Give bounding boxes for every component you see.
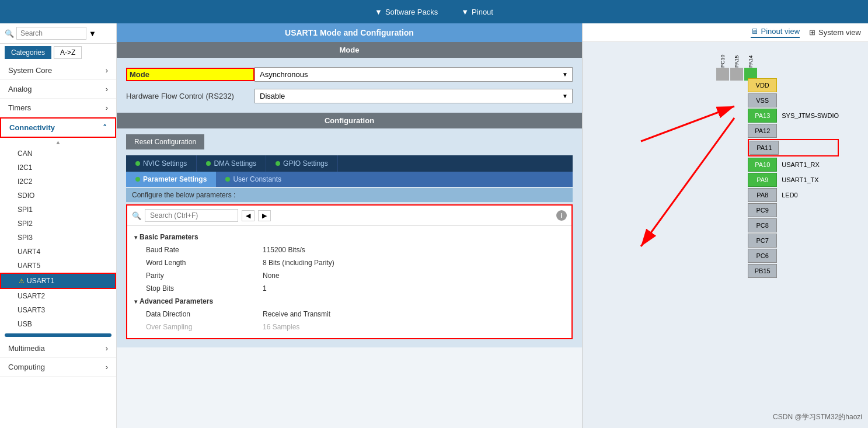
subitem-sdio[interactable]: SDIO — [0, 189, 116, 203]
user-const-dot — [225, 177, 230, 182]
user-constants-tab[interactable]: User Constants — [216, 172, 291, 187]
pa15-label: PA15 — [734, 44, 740, 68]
params-search-icon: 🔍 — [132, 211, 141, 220]
pin-vdd: VDD — [748, 78, 839, 92]
user-const-label: User Constants — [233, 175, 281, 183]
nvic-label: NVIC Settings — [143, 159, 187, 168]
params-search-input[interactable] — [145, 209, 238, 222]
system-core-chevron: › — [106, 66, 108, 75]
word-length-label: Word Length — [146, 259, 263, 267]
baud-rate-value: 115200 Bits/s — [263, 246, 305, 254]
pinout-panel: 🖥 Pinout view ⊞ System view PC10 — [582, 23, 868, 428]
word-length-row: Word Length 8 Bits (including Parity) — [134, 256, 564, 269]
subitem-usb[interactable]: USB — [0, 317, 116, 331]
pc9-box: PC9 — [748, 203, 777, 217]
computing-label: Computing — [8, 363, 45, 371]
subitem-i2c2[interactable]: I2C2 — [0, 175, 116, 189]
data-direction-label: Data Direction — [146, 310, 263, 318]
params-next-btn[interactable]: ▶ — [258, 210, 271, 221]
subitem-usart2[interactable]: USART2 — [0, 289, 116, 303]
hw-flow-select[interactable]: Disable — [255, 89, 573, 103]
pa10-right-label: USART1_RX — [782, 161, 820, 168]
dma-settings-tab[interactable]: DMA Settings — [197, 155, 266, 172]
pc10-label: PC10 — [720, 44, 726, 68]
dma-label: DMA Settings — [214, 159, 256, 168]
mode-select[interactable]: Asynchronous — [255, 67, 573, 82]
pin-pa11: PA11 — [748, 139, 839, 156]
reset-config-button[interactable]: Reset Configuration — [126, 134, 204, 149]
pinout-header: 🖥 Pinout view ⊞ System view — [583, 23, 868, 42]
csdn-watermark: CSDN @学习STM32的haozi — [773, 412, 862, 422]
gpio-dot — [276, 161, 280, 166]
pin-pa13: PA13 SYS_JTMS-SWDIO — [748, 109, 839, 123]
multimedia-label: Multimedia — [8, 344, 45, 353]
subitem-spi3[interactable]: SPI3 — [0, 231, 116, 245]
pb15-box: PB15 — [748, 264, 777, 278]
sidebar-item-analog[interactable]: Analog › — [0, 80, 116, 99]
sidebar-item-connectivity[interactable]: Connectivity ˄ — [0, 117, 116, 138]
subitem-spi1[interactable]: SPI1 — [0, 203, 116, 217]
sidebar-item-system-core[interactable]: System Core › — [0, 61, 116, 80]
top-pin-pa15: PA15 — [730, 44, 743, 81]
pin-pc9: PC9 — [748, 203, 839, 217]
svg-line-0 — [641, 106, 734, 141]
gpio-label: GPIO Settings — [283, 159, 328, 168]
info-icon[interactable]: i — [556, 210, 567, 221]
software-packs-btn[interactable]: ▼ Software Packs — [375, 8, 438, 16]
subitem-can[interactable]: CAN — [0, 147, 116, 161]
subitem-uart4[interactable]: UART4 — [0, 245, 116, 259]
params-prev-btn[interactable]: ◀ — [242, 210, 255, 221]
mode-row: Mode Asynchronous — [126, 64, 573, 85]
pc6-box: PC6 — [748, 249, 777, 263]
config-section-body: Reset Configuration NVIC Settings DMA Se… — [117, 128, 582, 347]
pinout-view-button[interactable]: 🖥 Pinout view — [751, 27, 800, 38]
sidebar-item-computing[interactable]: Computing › — [0, 358, 116, 377]
system-view-icon: ⊞ — [809, 28, 815, 37]
advanced-params-header: Advanced Parameters — [134, 295, 564, 308]
nvic-dot — [135, 161, 140, 166]
parity-value: None — [263, 272, 280, 280]
word-length-value: 8 Bits (including Parity) — [263, 259, 334, 267]
sidebar-item-timers[interactable]: Timers › — [0, 99, 116, 117]
nvic-settings-tab[interactable]: NVIC Settings — [126, 155, 197, 172]
data-direction-value: Receive and Transmit — [263, 310, 330, 318]
sidebar-item-multimedia[interactable]: Multimedia › — [0, 339, 116, 358]
parameter-settings-tab[interactable]: Parameter Settings — [126, 172, 216, 187]
main-content: USART1 Mode and Configuration Mode Mode … — [117, 23, 582, 428]
hw-flow-row: Hardware Flow Control (RS232) Disable — [126, 85, 573, 107]
gpio-settings-tab[interactable]: GPIO Settings — [266, 155, 338, 172]
sidebar-scrollbar[interactable] — [5, 333, 111, 337]
top-bar: ▼ Software Packs ▼ Pinout — [0, 0, 868, 23]
mode-section-header: Mode — [117, 42, 582, 58]
pin-pa9: PA9 USART1_TX — [748, 173, 839, 187]
scroll-up-indicator: ▲ — [0, 138, 116, 147]
pa9-right-label: USART1_TX — [782, 176, 818, 183]
over-sampling-value: 16 Samples — [263, 323, 299, 331]
subitem-i2c1[interactable]: I2C1 — [0, 161, 116, 175]
system-core-label: System Core — [8, 66, 52, 75]
pinout-btn[interactable]: ▼ Pinout — [461, 8, 493, 16]
subitem-usart1[interactable]: ⚠ USART1 — [0, 273, 116, 289]
analog-label: Analog — [8, 85, 32, 93]
parity-row: Parity None — [134, 269, 564, 282]
sidebar-search-area: 🔍 ▼ — [0, 23, 116, 44]
pinout-label: Pinout — [472, 8, 493, 16]
pin-pb15: PB15 — [748, 264, 839, 278]
subitem-spi2[interactable]: SPI2 — [0, 217, 116, 231]
subitem-usart3[interactable]: USART3 — [0, 303, 116, 317]
analog-chevron: › — [106, 85, 108, 93]
tab-categories[interactable]: Categories — [5, 46, 51, 59]
pc7-box: PC7 — [748, 234, 777, 248]
mode-select-wrapper: Asynchronous — [255, 67, 573, 82]
mode-section-body: Mode Asynchronous Hardware Flow Control … — [117, 58, 582, 113]
pin-pc7: PC7 — [748, 234, 839, 248]
pc8-box: PC8 — [748, 218, 777, 232]
top-pin-pc10: PC10 — [716, 44, 729, 81]
tabs-row2: Parameter Settings User Constants — [126, 172, 573, 187]
configure-label: Configure the below parameters : — [126, 188, 573, 202]
system-view-button[interactable]: ⊞ System view — [809, 28, 861, 37]
tabs-row1: NVIC Settings DMA Settings GPIO Settings — [126, 155, 573, 172]
subitem-uart5[interactable]: UART5 — [0, 259, 116, 273]
search-input[interactable] — [16, 27, 86, 40]
tab-az[interactable]: A->Z — [54, 46, 82, 59]
